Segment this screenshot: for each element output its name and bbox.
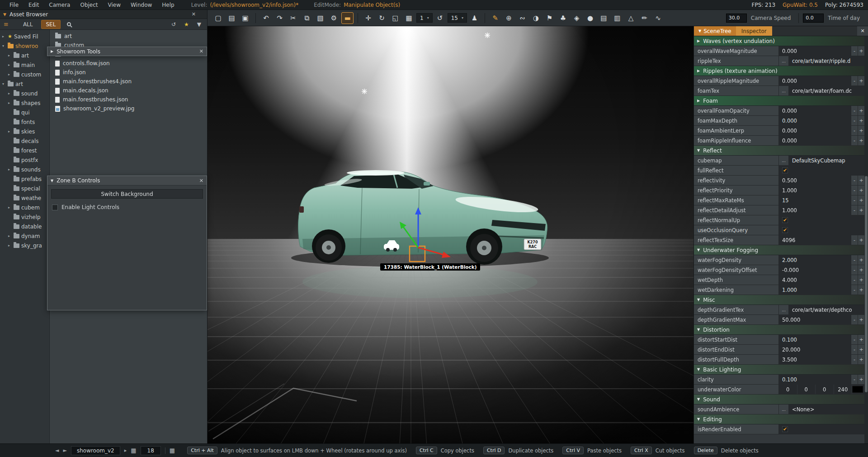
- increment-button[interactable]: +: [858, 205, 864, 215]
- section-ripples-texture-animation-[interactable]: ▶Ripples (texture animation): [694, 66, 864, 76]
- list-view-icon[interactable]: ≡: [4, 21, 9, 28]
- prop-value-overallfoamopacity[interactable]: 0.000: [779, 106, 851, 115]
- increment-button[interactable]: +: [858, 106, 864, 115]
- tree-item-showroo[interactable]: ▾showroo: [0, 41, 49, 51]
- menu-object[interactable]: Object: [75, 2, 103, 8]
- filter-icon[interactable]: ▼: [195, 21, 203, 28]
- copy-icon[interactable]: ⧉: [301, 12, 313, 24]
- increment-button[interactable]: +: [858, 126, 864, 135]
- decrement-button[interactable]: -: [851, 136, 858, 145]
- inspector-scrollbar[interactable]: [864, 36, 868, 443]
- level-selector[interactable]: showroom_v2: [71, 446, 120, 455]
- showroom-tools-window[interactable]: ▶ Showroom Tools ✕: [47, 47, 207, 56]
- increment-button[interactable]: +: [858, 275, 864, 285]
- color-component-3[interactable]: 240: [834, 385, 853, 394]
- grid-size-value[interactable]: 18: [141, 446, 161, 455]
- prop-value-wetdarkening[interactable]: 1.000: [779, 285, 851, 295]
- paste-icon[interactable]: ▧: [314, 12, 326, 24]
- decrement-button[interactable]: -: [851, 205, 858, 215]
- tree-item-saved-fil[interactable]: ▸★Saved Fil: [0, 32, 49, 41]
- favorites-star-icon[interactable]: ★: [182, 21, 191, 28]
- file-item-main-forestbrushes4-json[interactable]: main.forestbrushes4.json: [50, 77, 207, 86]
- prop-checkbox-useocclusionquery[interactable]: ✔: [782, 227, 788, 233]
- decrement-button[interactable]: -: [851, 116, 858, 125]
- grid-icon-2[interactable]: ▦: [170, 447, 175, 454]
- increment-button[interactable]: +: [858, 195, 864, 205]
- enable-light-controls-checkbox[interactable]: [52, 205, 58, 210]
- decrement-button[interactable]: -: [851, 375, 858, 384]
- browse-button[interactable]: ...: [779, 86, 789, 95]
- menu-window[interactable]: Window: [126, 2, 157, 8]
- increment-button[interactable]: +: [858, 76, 864, 86]
- lasso-tool-icon[interactable]: ∾: [516, 12, 528, 24]
- tab-scenetree[interactable]: ▼ SceneTree: [694, 26, 736, 36]
- chevron-right-icon[interactable]: ▸: [124, 447, 127, 453]
- mesh-tool-icon[interactable]: ◈: [571, 12, 583, 24]
- file-item-main-forestbrushes-json[interactable]: main.forestbrushes.json: [50, 95, 207, 104]
- prop-value-soundambience[interactable]: <None>: [789, 405, 864, 414]
- undo-icon[interactable]: ↶: [260, 12, 272, 24]
- tree-item-postfx[interactable]: postfx: [0, 155, 49, 165]
- color-component-1[interactable]: 0: [797, 385, 816, 394]
- prop-value-reflectmaxratems[interactable]: 15: [779, 195, 851, 205]
- pen-tool-icon[interactable]: ✏: [638, 12, 651, 24]
- prop-value-waterfogdensityoffset[interactable]: -0.000: [779, 265, 851, 275]
- open-file-icon[interactable]: ▤: [226, 12, 238, 24]
- tree-item-sky-gra[interactable]: ▸sky_gra: [0, 241, 49, 250]
- increment-button[interactable]: +: [858, 345, 864, 354]
- section-underwater-fogging[interactable]: ▼Underwater Fogging: [694, 245, 864, 255]
- prop-value-foamrippleinfluence[interactable]: 0.000: [779, 136, 851, 145]
- brush-tool-icon[interactable]: ✎: [489, 12, 501, 24]
- increment-button[interactable]: +: [858, 136, 864, 145]
- rotate-snap-icon[interactable]: ↺: [434, 12, 446, 24]
- tree-item-custom[interactable]: ▸custom: [0, 70, 49, 79]
- increment-button[interactable]: +: [858, 46, 864, 56]
- decrement-button[interactable]: -: [851, 76, 858, 86]
- nav-forward-icon[interactable]: ►: [63, 447, 66, 453]
- section-misc[interactable]: ▼Misc: [694, 295, 864, 305]
- prop-value-clarity[interactable]: 0.100: [779, 375, 851, 384]
- decrement-button[interactable]: -: [851, 315, 858, 324]
- decrement-button[interactable]: -: [851, 355, 858, 364]
- prop-value-overallwavemagnitude[interactable]: 0.000: [779, 46, 851, 56]
- section-basic-lighting[interactable]: ▼Basic Lighting: [694, 365, 864, 375]
- vehicle-icon[interactable]: ▬: [341, 12, 354, 24]
- section-sound[interactable]: ▼Sound: [694, 395, 864, 405]
- tree-item-datable[interactable]: datable: [0, 222, 49, 231]
- prop-value-waterfogdensity[interactable]: 2.000: [779, 255, 851, 265]
- tree-item-vizhelp[interactable]: vizhelp: [0, 212, 49, 222]
- grid-icon[interactable]: ▦: [131, 447, 136, 454]
- increment-button[interactable]: +: [858, 355, 864, 364]
- tree-item-shapes[interactable]: ▸shapes: [0, 98, 49, 108]
- browse-button[interactable]: ...: [779, 156, 789, 165]
- menu-view[interactable]: View: [103, 2, 126, 8]
- tree-item-decals[interactable]: decals: [0, 136, 49, 146]
- forest-tool-icon[interactable]: ♣: [557, 12, 569, 24]
- zone-b-titlebar[interactable]: ▼ Zone B Controls ✕: [47, 176, 207, 186]
- prop-value-overallripplemagnitude[interactable]: 0.000: [779, 76, 851, 86]
- drop-player-icon[interactable]: ♟: [468, 12, 481, 24]
- close-icon[interactable]: ✕: [199, 48, 203, 54]
- color-swatch[interactable]: [852, 386, 863, 393]
- browse-button[interactable]: ...: [779, 305, 789, 314]
- file-item-showroom-v2-preview-jpg[interactable]: showroom_v2_preview.jpg: [50, 104, 207, 113]
- menu-help[interactable]: Help: [157, 2, 179, 8]
- add-object-icon[interactable]: ⊕: [503, 12, 515, 24]
- decrement-button[interactable]: -: [851, 235, 858, 245]
- viewport-3d[interactable]: K270 RAC 17385: WaterBlock_1 (WaterB: [208, 26, 693, 443]
- decrement-button[interactable]: -: [851, 265, 858, 275]
- sphere-brush-icon[interactable]: ◑: [530, 12, 542, 24]
- new-file-icon[interactable]: ▢: [212, 12, 224, 24]
- file-item-info-json[interactable]: info.json: [50, 68, 207, 77]
- prop-value-wetdepth[interactable]: 4.000: [779, 275, 851, 285]
- rotate-icon[interactable]: ↻: [376, 12, 388, 24]
- camera-speed-input[interactable]: [726, 14, 747, 23]
- terrain-tool-icon[interactable]: ▤: [598, 12, 610, 24]
- decrement-button[interactable]: -: [851, 285, 858, 295]
- tab-all[interactable]: ALL: [19, 20, 38, 29]
- tree-item-skies[interactable]: ▸skies: [0, 127, 49, 136]
- increment-button[interactable]: +: [858, 255, 864, 265]
- decrement-button[interactable]: -: [851, 186, 858, 195]
- tree-item-sounds[interactable]: ▸sounds: [0, 165, 49, 174]
- menu-camera[interactable]: Camera: [44, 2, 75, 8]
